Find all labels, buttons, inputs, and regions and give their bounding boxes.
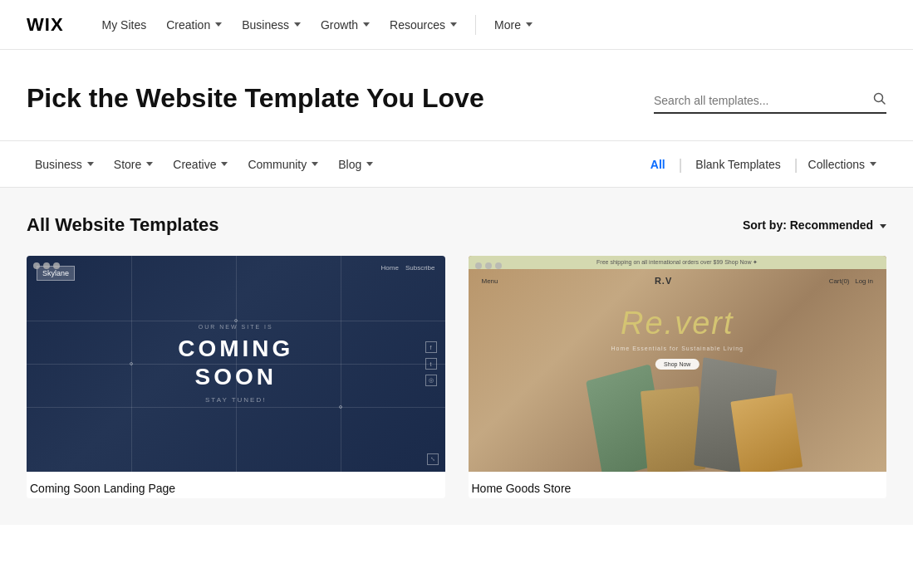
dot-hg-2 bbox=[485, 262, 492, 269]
product-shape-4 bbox=[731, 393, 803, 472]
cs-dot-2 bbox=[130, 362, 133, 365]
cs-expand-icon: ⤡ bbox=[427, 453, 439, 465]
filter-all[interactable]: All bbox=[637, 153, 679, 176]
window-dots bbox=[33, 262, 60, 269]
top-navigation: WIX My Sites Creation Business Growth Re… bbox=[0, 0, 913, 50]
template-grid: Skylane Home Subscribe OUR NEW SITE IS C… bbox=[27, 256, 886, 498]
nav-item-my-sites[interactable]: My Sites bbox=[94, 12, 155, 38]
cs-social-fb: f bbox=[425, 341, 437, 353]
template-card-coming-soon[interactable]: Skylane Home Subscribe OUR NEW SITE IS C… bbox=[27, 256, 445, 498]
nav-items-list: My Sites Creation Business Growth Resour… bbox=[94, 12, 886, 38]
hero-section: Pick the Website Template You Love bbox=[0, 50, 913, 141]
chevron-down-icon bbox=[870, 162, 876, 166]
coming-soon-preview: Skylane Home Subscribe OUR NEW SITE IS C… bbox=[27, 256, 445, 472]
search-input[interactable] bbox=[654, 94, 873, 107]
nav-item-creation[interactable]: Creation bbox=[158, 12, 230, 38]
wix-logo[interactable]: WIX bbox=[27, 14, 64, 36]
cs-sub-text: STAY TUNED! bbox=[205, 396, 266, 404]
chevron-down-icon bbox=[526, 22, 533, 27]
cs-dot-3 bbox=[339, 405, 342, 409]
home-goods-preview: Free shipping on all international order… bbox=[469, 256, 887, 472]
filter-blog[interactable]: Blog bbox=[330, 153, 381, 176]
nav-divider bbox=[475, 15, 476, 35]
dot-hg-3 bbox=[495, 262, 502, 269]
chevron-down-icon bbox=[221, 162, 228, 166]
hg-brand: R.V bbox=[655, 276, 672, 286]
cs-nav-subscribe: Subscribe bbox=[405, 264, 435, 272]
filter-right-group: All | Blank Templates | Collections bbox=[637, 153, 886, 176]
filter-blank-templates[interactable]: Blank Templates bbox=[682, 153, 793, 176]
chevron-down-icon bbox=[366, 162, 373, 166]
chevron-down-icon bbox=[146, 162, 153, 166]
chevron-down-icon bbox=[215, 22, 222, 27]
cs-socials: f t ◎ bbox=[425, 341, 437, 386]
template-card-home-goods[interactable]: Free shipping on all international order… bbox=[469, 256, 887, 498]
hg-nav-right: Cart(0) Log in bbox=[829, 277, 873, 285]
template-thumbnail-home-goods: Free shipping on all international order… bbox=[469, 256, 887, 472]
section-title: All Website Templates bbox=[27, 214, 218, 236]
sort-control[interactable]: Sort by: Recommended bbox=[743, 218, 886, 232]
hg-navbar: Menu R.V Cart(0) Log in bbox=[469, 271, 887, 291]
hg-top-bar: Free shipping on all international order… bbox=[469, 256, 887, 269]
filter-business[interactable]: Business bbox=[27, 153, 102, 176]
chevron-down-icon bbox=[450, 22, 457, 27]
filter-collections[interactable]: Collections bbox=[798, 153, 886, 176]
cs-social-ig: ◎ bbox=[425, 375, 437, 386]
cs-social-tw: t bbox=[425, 358, 437, 370]
cs-dot-1 bbox=[234, 319, 238, 322]
dot-hg-1 bbox=[475, 262, 482, 269]
hg-subtitle: Home Essentials for Sustainable Living bbox=[469, 345, 887, 351]
nav-item-more[interactable]: More bbox=[486, 12, 541, 38]
nav-item-business[interactable]: Business bbox=[233, 12, 309, 38]
chevron-down-icon bbox=[294, 22, 301, 27]
template-name-home-goods: Home Goods Store bbox=[469, 472, 887, 498]
cs-line-v3 bbox=[341, 256, 341, 472]
chevron-down-icon bbox=[363, 22, 370, 27]
cs-nav: Home Subscribe bbox=[381, 264, 435, 272]
search-icon[interactable] bbox=[873, 92, 886, 109]
filter-creative[interactable]: Creative bbox=[164, 153, 236, 176]
hg-nav-menu: Menu bbox=[482, 277, 498, 285]
page-title: Pick the Website Template You Love bbox=[27, 83, 484, 114]
template-thumbnail-coming-soon: Skylane Home Subscribe OUR NEW SITE IS C… bbox=[27, 256, 445, 472]
filter-bar: Business Store Creative Community Blog A… bbox=[0, 141, 913, 188]
cs-main-title: COMINGSOON bbox=[178, 335, 293, 390]
cs-nav-home: Home bbox=[381, 264, 399, 272]
sort-chevron-icon bbox=[880, 224, 886, 228]
filter-store[interactable]: Store bbox=[106, 153, 161, 176]
dot-3 bbox=[53, 262, 60, 269]
cs-above-text: OUR NEW SITE IS bbox=[199, 324, 273, 330]
filter-community[interactable]: Community bbox=[239, 153, 326, 176]
dot-1 bbox=[33, 262, 40, 269]
hg-shop-button: Shop Now bbox=[655, 359, 699, 370]
chevron-down-icon bbox=[312, 162, 318, 166]
nav-item-resources[interactable]: Resources bbox=[381, 12, 465, 38]
nav-item-growth[interactable]: Growth bbox=[312, 12, 378, 38]
window-dots-hg bbox=[475, 262, 502, 269]
section-header: All Website Templates Sort by: Recommend… bbox=[27, 214, 886, 236]
filter-left-group: Business Store Creative Community Blog bbox=[27, 153, 381, 176]
hg-main-title: Re.vert bbox=[469, 306, 887, 341]
svg-line-1 bbox=[882, 101, 886, 105]
chevron-down-icon bbox=[87, 162, 94, 166]
dot-2 bbox=[43, 262, 50, 269]
template-name-coming-soon: Coming Soon Landing Page bbox=[27, 472, 445, 498]
main-content: All Website Templates Sort by: Recommend… bbox=[0, 188, 913, 525]
search-bar bbox=[654, 92, 886, 114]
